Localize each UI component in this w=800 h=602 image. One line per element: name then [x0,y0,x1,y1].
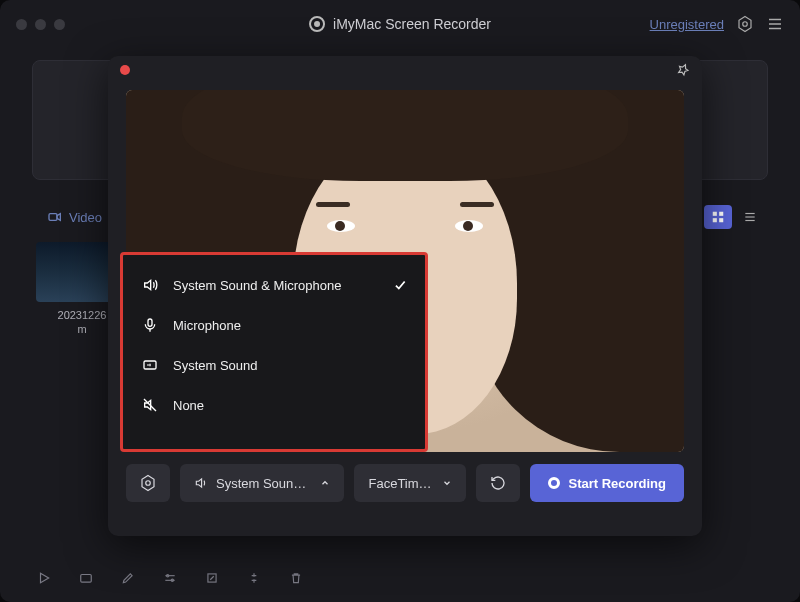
app-window: iMyMac Screen Recorder Unregistered Vide… [0,0,800,602]
audio-option-system-and-mic[interactable]: System Sound & Microphone [123,265,425,305]
app-title: iMyMac Screen Recorder [309,16,491,32]
svg-rect-14 [81,575,92,583]
camera-source-label: FaceTime … [368,476,434,491]
speaker-icon [194,476,208,490]
compress-icon[interactable] [246,570,262,586]
checkmark-icon [393,278,407,292]
tab-video-label: Video [69,210,102,225]
system-audio-icon [141,357,159,373]
app-logo-icon [309,16,325,32]
audio-option-label: System Sound & Microphone [173,278,341,293]
minimize-window-button[interactable] [35,19,46,30]
record-circle-icon [548,477,560,489]
audio-option-none[interactable]: None [123,385,425,425]
audio-option-label: System Sound [173,358,258,373]
microphone-icon [141,317,159,333]
audio-option-microphone[interactable]: Microphone [123,305,425,345]
svg-rect-8 [713,218,717,222]
settings-gear-icon[interactable] [736,15,754,33]
camera-source-dropdown[interactable]: FaceTime … [354,464,466,502]
start-recording-label: Start Recording [568,476,666,491]
chevron-down-icon [442,478,452,488]
rename-icon[interactable] [120,570,136,586]
titlebar: iMyMac Screen Recorder Unregistered [0,0,800,48]
svg-point-1 [743,22,748,27]
svg-rect-22 [148,319,152,326]
svg-marker-20 [142,476,154,491]
list-view-button[interactable] [736,205,764,229]
unregistered-link[interactable]: Unregistered [650,17,724,32]
audio-option-system-sound[interactable]: System Sound [123,345,425,385]
audio-source-label: System Sound & Microphone [216,476,312,491]
library-view-switch [704,205,764,229]
convert-icon[interactable] [204,570,220,586]
titlebar-right: Unregistered [650,15,784,33]
hamburger-menu-icon[interactable] [766,15,784,33]
svg-rect-5 [49,214,57,221]
trash-icon[interactable] [288,570,304,586]
chevron-up-icon [320,478,330,488]
speaker-waves-icon [141,277,159,293]
recorder-panel-header [108,56,702,84]
pin-icon[interactable] [676,63,690,77]
svg-point-21 [146,481,151,486]
record-indicator-icon [120,65,130,75]
svg-marker-13 [41,573,49,582]
svg-rect-6 [713,212,717,216]
svg-rect-7 [719,212,723,216]
edit-icon[interactable] [162,570,178,586]
audio-option-label: Microphone [173,318,241,333]
start-recording-button[interactable]: Start Recording [530,464,684,502]
play-icon[interactable] [36,570,52,586]
audio-source-menu: System Sound & Microphone Microphone Sys… [120,252,428,452]
window-controls [16,19,65,30]
zoom-window-button[interactable] [54,19,65,30]
audio-option-label: None [173,398,204,413]
svg-rect-9 [719,218,723,222]
close-window-button[interactable] [16,19,27,30]
svg-marker-0 [739,17,751,32]
reset-button[interactable] [476,464,520,502]
audio-source-dropdown[interactable]: System Sound & Microphone [180,464,344,502]
mute-icon [141,397,159,413]
recorder-settings-button[interactable] [126,464,170,502]
folder-icon[interactable] [78,570,94,586]
grid-view-button[interactable] [704,205,732,229]
tab-video[interactable]: Video [36,202,113,232]
video-camera-icon [47,209,63,225]
app-title-text: iMyMac Screen Recorder [333,16,491,32]
recorder-controls: System Sound & Microphone FaceTime … Sta… [108,452,702,514]
footer-toolbar [36,570,304,586]
